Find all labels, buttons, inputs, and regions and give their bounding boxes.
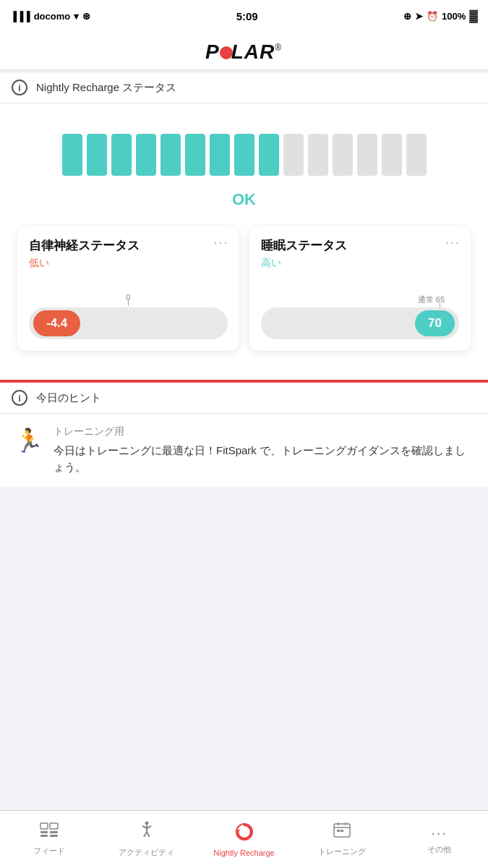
status-left: ▐▐▐ docomo ▾ ⊛ — [10, 11, 90, 22]
location-icon: ⊕ — [403, 11, 411, 22]
bar-segment-5 — [185, 134, 205, 176]
sleep-card-subtitle: 高い — [261, 257, 460, 270]
ans-card-subtitle: 低い — [29, 257, 228, 270]
tab-training[interactable]: トレーニング — [293, 816, 390, 863]
nightly-icon — [235, 822, 254, 846]
bar-segment-7 — [234, 134, 254, 176]
hint-banner[interactable]: i 今日のヒント — [0, 383, 488, 414]
main-content: OK ··· 自律神経ステータス 低い 0 -4.4 ··· 睡眠ステータス 高… — [0, 103, 488, 380]
sleep-card-menu[interactable]: ··· — [445, 235, 461, 250]
hint-banner-text: 今日のヒント — [36, 391, 101, 405]
tab-activity[interactable]: アクティビティ — [98, 815, 195, 864]
status-bar: ▐▐▐ docomo ▾ ⊛ 5:09 ⊕ ➤ ⏰ 100% ▓ — [0, 0, 488, 32]
sleep-gauge-label-row: 通常 65 — [261, 294, 460, 307]
wifi-symbol: ⊛ — [82, 11, 90, 22]
bar-segment-9 — [283, 134, 304, 176]
sleep-card: ··· 睡眠ステータス 高い 通常 65 70 — [249, 226, 471, 351]
feed-icon — [40, 822, 59, 843]
nightly-recharge-banner[interactable]: i Nightly Recharge ステータス — [0, 72, 488, 103]
training-hint-section: 🏃 トレーニング用 今日はトレーニングに最適な日！FitSpark で、トレーニ… — [0, 414, 488, 487]
cards-row: ··· 自律神経ステータス 低い 0 -4.4 ··· 睡眠ステータス 高い 通… — [14, 226, 474, 365]
svg-rect-4 — [50, 831, 58, 833]
svg-rect-0 — [40, 823, 48, 829]
carrier-label: docomo — [34, 11, 71, 22]
svg-rect-17 — [337, 830, 340, 832]
info-icon: i — [12, 80, 27, 95]
polar-logo-text: P — [205, 41, 220, 63]
ans-gauge-value: -4.4 — [33, 310, 80, 336]
svg-rect-1 — [40, 831, 48, 833]
alarm-icon: ⏰ — [427, 11, 438, 22]
wifi-icon: ▾ — [74, 11, 79, 22]
bar-segment-0 — [62, 134, 82, 176]
sleep-gauge-area: 通常 65 70 — [261, 281, 460, 339]
svg-rect-18 — [341, 830, 343, 832]
svg-point-6 — [145, 822, 148, 825]
svg-line-10 — [144, 832, 147, 837]
training-hint-text: 今日はトレーニングに最適な日！FitSpark で、トレーニングガイダンスを確認… — [53, 443, 474, 475]
polar-logo-text2: LAR — [231, 41, 275, 63]
ans-card: ··· 自律神経ステータス 低い 0 -4.4 — [17, 226, 239, 351]
polar-registered: ® — [275, 43, 283, 53]
sleep-gauge-track: 70 — [261, 307, 460, 339]
banner-text: Nightly Recharge ステータス — [36, 81, 176, 95]
svg-point-12 — [236, 824, 252, 840]
other-icon: ··· — [431, 825, 448, 841]
nav-icon: ➤ — [415, 11, 423, 22]
tab-other[interactable]: ··· その他 — [390, 819, 488, 861]
bar-segment-4 — [160, 134, 181, 176]
bar-segment-3 — [136, 134, 156, 176]
tab-bar: フィード アクティビティ Nightly Recharge — [0, 810, 488, 868]
tab-other-label: その他 — [427, 844, 451, 855]
tab-activity-label: アクティビティ — [119, 847, 174, 858]
status-time: 5:09 — [236, 10, 258, 22]
status-ok-label: OK — [14, 190, 474, 226]
tab-nightly[interactable]: Nightly Recharge — [195, 817, 293, 863]
polar-header: PLAR® — [0, 32, 488, 70]
svg-line-11 — [147, 832, 150, 837]
tab-training-label: トレーニング — [318, 846, 366, 857]
training-hint-content: トレーニング用 今日はトレーニングに最適な日！FitSpark で、トレーニング… — [53, 425, 474, 475]
bar-segment-11 — [333, 134, 353, 176]
recharge-bar-chart — [14, 125, 474, 190]
bar-segment-1 — [87, 134, 107, 176]
sleep-card-title: 睡眠ステータス — [261, 238, 460, 254]
tab-feed[interactable]: フィード — [0, 817, 98, 862]
ans-card-menu[interactable]: ··· — [213, 235, 228, 250]
training-icon — [333, 822, 351, 843]
sleep-normal-label: 通常 65 — [418, 294, 445, 305]
ans-gauge-track: -4.4 — [29, 307, 228, 339]
bar-segment-13 — [382, 134, 402, 176]
battery-label: 100% — [442, 11, 466, 22]
battery-icon: ▓ — [469, 9, 478, 22]
svg-rect-2 — [40, 835, 48, 837]
sleep-gauge-value: 70 — [415, 310, 455, 336]
tab-feed-label: フィード — [33, 846, 65, 856]
tab-nightly-label: Nightly Recharge — [213, 848, 274, 857]
content-spacer — [0, 487, 488, 516]
signal-icon: ▐▐▐ — [10, 11, 30, 22]
bar-segment-2 — [111, 134, 132, 176]
running-icon: 🏃 — [14, 427, 43, 475]
activity-icon — [139, 821, 155, 844]
ans-gauge-area: 0 -4.4 — [29, 281, 228, 339]
bar-segment-8 — [259, 134, 279, 176]
hint-info-icon: i — [12, 390, 27, 406]
training-hint-label: トレーニング用 — [53, 425, 474, 438]
bar-segment-10 — [308, 134, 328, 176]
bar-segment-14 — [406, 134, 427, 176]
svg-rect-5 — [50, 835, 58, 837]
status-right: ⊕ ➤ ⏰ 100% ▓ — [403, 9, 478, 22]
svg-rect-3 — [50, 823, 58, 829]
bar-segment-6 — [210, 134, 230, 176]
polar-logo: PLAR® — [0, 39, 488, 64]
ans-card-title: 自律神経ステータス — [29, 238, 228, 254]
bar-segment-12 — [357, 134, 377, 176]
